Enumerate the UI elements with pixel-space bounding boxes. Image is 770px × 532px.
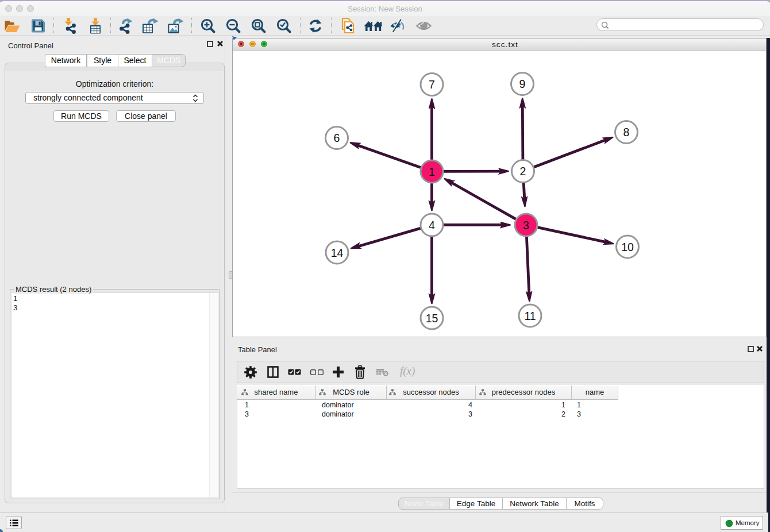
svg-text:14: 14 [331,246,344,259]
svg-text:10: 10 [621,241,634,253]
svg-text:8: 8 [623,126,630,138]
svg-text:7: 7 [429,78,435,91]
svg-text:9: 9 [519,78,526,90]
svg-text:3: 3 [523,219,529,232]
svg-text:11: 11 [524,310,536,322]
svg-text:2: 2 [520,165,526,178]
svg-text:1: 1 [429,165,435,178]
svg-text:15: 15 [426,312,438,325]
svg-text:6: 6 [334,132,340,144]
svg-text:4: 4 [429,219,435,232]
